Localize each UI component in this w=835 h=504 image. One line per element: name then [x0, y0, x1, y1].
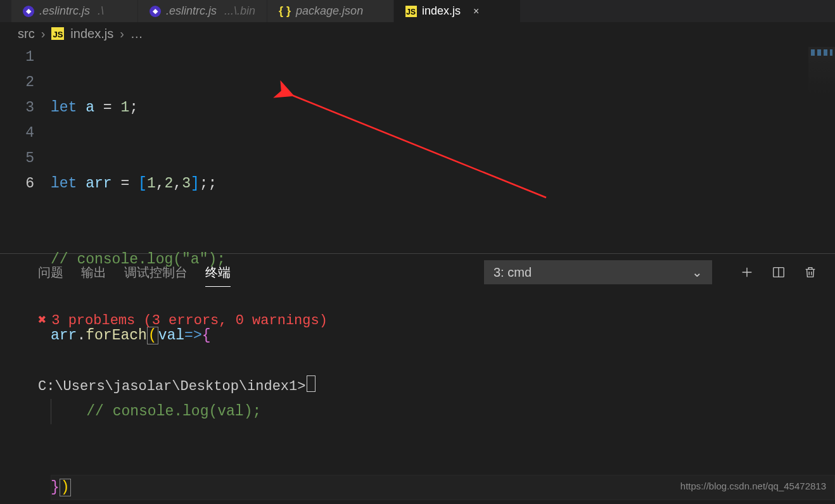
- editor-tabs: ◆ .eslintrc.js .\ ◆ .eslintrc.js ...\.bi…: [0, 0, 835, 23]
- tab-eslintrc-2[interactable]: ◆ .eslintrc.js ...\.bin: [138, 0, 267, 22]
- terminal-prompt: C:\Users\jasolar\Desktop\index1>: [38, 374, 797, 400]
- terminal-output[interactable]: ✖ 3 problems (3 errors, 0 warnings) C:\U…: [0, 291, 835, 504]
- tab-index-js[interactable]: JS index.js ×: [394, 0, 521, 22]
- tab-label: index.js: [422, 4, 461, 18]
- bottom-panel: 问题 输出 调试控制台 终端 3: cmd ⌄ ✖ 3 problems (3 …: [0, 253, 835, 504]
- breadcrumb-seg: index.js: [70, 27, 113, 41]
- terminal-error-text: 3 problems (3 errors, 0 warnings): [51, 308, 328, 334]
- terminal-error-line: ✖ 3 problems (3 errors, 0 warnings): [38, 308, 797, 334]
- watermark: https://blog.csdn.net/qq_45472813: [680, 474, 826, 499]
- line-gutter: 1 2 3 4 5 6: [15, 44, 51, 253]
- tab-eslintrc-1[interactable]: ◆ .eslintrc.js .\: [11, 0, 138, 22]
- js-icon: JS: [51, 27, 64, 40]
- tab-package-json[interactable]: { } package.json: [267, 0, 394, 22]
- tab-label: .eslintrc.js: [166, 4, 217, 18]
- code-line: // console.log("a");: [51, 247, 835, 272]
- code-editor[interactable]: 1 2 3 4 5 6 let a = 1; let arr = [1,2,3]…: [0, 44, 835, 253]
- line-number: 6: [15, 171, 34, 196]
- chevron-right-icon: ›: [120, 27, 124, 41]
- line-number: 3: [15, 95, 34, 120]
- tab-label: package.json: [296, 4, 363, 18]
- tab-suffix: ...\.bin: [224, 4, 255, 18]
- breadcrumb-ellipsis: …: [131, 27, 144, 41]
- json-icon: { }: [279, 4, 291, 18]
- terminal-cursor: [307, 375, 316, 392]
- close-icon[interactable]: ×: [473, 6, 479, 17]
- error-x-icon: ✖: [38, 308, 46, 334]
- line-number: 4: [15, 120, 34, 146]
- minimap[interactable]: [808, 47, 835, 98]
- breadcrumb[interactable]: src › JS index.js › …: [0, 23, 835, 44]
- line-number: 5: [15, 146, 34, 171]
- js-icon: JS: [405, 6, 417, 17]
- line-number: 1: [15, 44, 34, 70]
- tab-suffix: .\: [98, 4, 104, 18]
- code-line: let arr = [1,2,3];;: [51, 171, 835, 196]
- eslint-icon: ◆: [150, 6, 161, 17]
- eslint-icon: ◆: [23, 6, 34, 17]
- breadcrumb-seg: src: [18, 27, 35, 41]
- code-area[interactable]: let a = 1; let arr = [1,2,3];; // consol…: [51, 44, 835, 253]
- code-line: let a = 1;: [51, 95, 835, 120]
- line-number: 2: [15, 70, 34, 95]
- tab-label: .eslintrc.js: [39, 4, 90, 18]
- chevron-right-icon: ›: [41, 27, 46, 41]
